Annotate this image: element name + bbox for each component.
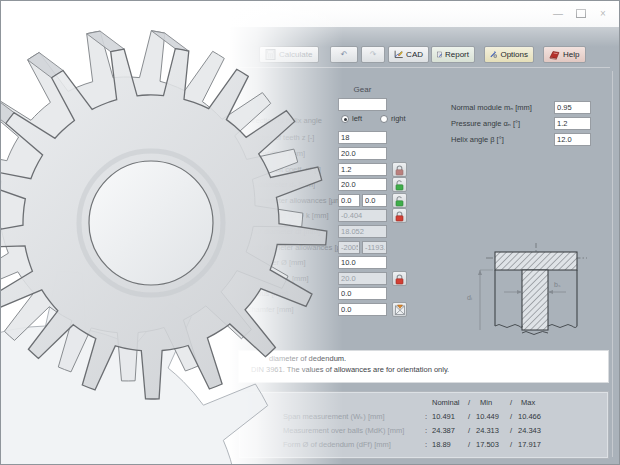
helix-direction-label: Direction of helix angle [246,116,322,125]
measurement-over-balls-row: Measurement over balls (MdK) [mm] : 24.3… [239,426,608,438]
tip-diameter-lock-button[interactable] [392,177,407,192]
warning-message-box: diameter of dedendum. DIN 3961. The valu… [238,350,609,383]
nominal-value: 18.89 [432,440,451,449]
results-panel: Nominal / Min / Max Span measurement (Wₖ… [238,391,609,459]
results-sep: / [468,426,470,435]
profile-shift-field[interactable] [338,163,387,176]
helix-left-radio[interactable] [341,115,349,123]
hub-outer-diameter-label: Hub outer Ø [mm] [246,258,306,267]
close-icon[interactable]: × [594,5,612,21]
di-dimension-label: dᵢ [467,294,472,301]
helix-left-label[interactable]: left [352,114,362,123]
teeth-count-field[interactable] [338,131,387,144]
report-label: Report [445,50,469,59]
cad-chart-icon [394,49,403,60]
chamfer-detail-button[interactable] [392,302,407,317]
normal-module-label: Normal module mₙ [mm] [451,103,532,112]
calculate-label: Calculate [279,50,312,59]
helix-angle-label: Helix angle β [°] [451,135,504,144]
cad-label: CAD [406,50,423,59]
tip-alteration-field [338,209,387,222]
help-book-icon [549,50,560,60]
redo-button: ↷ [361,46,385,63]
web-section [522,270,548,330]
tip-diameter-field[interactable] [338,178,387,191]
tip-allowances-label: Tip diameter allowances [µm] [246,196,343,205]
maximize-icon[interactable] [572,5,590,21]
redo-icon: ↷ [370,50,377,59]
gear-name-field[interactable] [338,98,387,111]
pressure-angle-field[interactable] [554,117,591,130]
gear-bore [89,161,213,285]
undo-icon: ↶ [341,50,348,59]
results-sep: / [468,440,470,449]
report-doc-icon [437,49,442,60]
results-header-nominal: Nominal [432,398,460,407]
helix-angle-field[interactable] [554,133,591,146]
colon: : [425,440,427,449]
results-sep: / [510,412,512,421]
results-sep: / [510,440,512,449]
row-label: Measurement over balls (MdK) [mm] [283,426,404,435]
maximize-box [576,9,586,18]
tip-diameter-label: Tip diameter dₐ [mm] [246,180,315,189]
pressure-angle-label: Pressure angle αₙ [°] [451,119,520,128]
row-label: Form Ø of dedendum (dFf) [mm] [283,440,391,449]
row-label: Span measurement (Wₖ) [mm] [283,412,385,421]
titlebar: — × [1,1,619,27]
profile-shift-lock-button[interactable] [392,162,407,177]
warning-line-2: DIN 3961. The values of allowances are f… [251,365,449,374]
chamfer-field[interactable] [338,303,387,316]
results-header-max: Max [521,398,535,407]
break-line [548,325,577,328]
web-width-lock-button[interactable] [392,271,407,286]
max-value: 24.343 [518,426,541,435]
results-sep: / [468,398,470,407]
bs-dimension-label: bₛ [554,281,561,288]
facewidth-field[interactable] [338,147,387,160]
help-label: Help [563,50,579,59]
hub-outer-diameter-field[interactable] [338,256,387,269]
lock-open-green-icon [394,179,405,191]
chamfer-detail-icon [394,304,406,316]
warning-line-1: diameter of dedendum. [269,354,346,363]
root-diameter-label: Root diameter df [mm] [246,227,320,236]
root-diameter-field [338,225,387,238]
min-value: 17.503 [476,440,499,449]
local-button: Local [238,50,257,59]
tip-alteration-lock-button[interactable] [392,208,407,223]
nominal-value: 10.491 [432,412,455,421]
form-diameter-row: Form Ø of dedendum (dFf) [mm] : 18.89 / … [239,440,608,452]
tools-icon [490,49,497,60]
helix-right-label[interactable]: right [391,114,406,123]
tip-allowances-lock-button[interactable] [392,193,407,208]
helix-right-radio[interactable] [380,115,388,123]
options-button[interactable]: Options [484,46,534,63]
toolbar-divider [238,67,610,68]
min-value: 24.313 [476,426,499,435]
root-allowance-lower-field [362,241,387,254]
minimize-icon[interactable]: — [549,5,567,21]
tip-alteration-label: Alteration of tip Ø k [mm] [246,211,329,220]
gear-cross-section-diagram: dᵢ bₛ [459,229,619,341]
lock-closed-muted-icon [394,164,405,176]
help-button[interactable]: Help [543,46,586,63]
break-line [495,325,522,328]
cad-button[interactable]: CAD [388,46,429,63]
profile-shift-label: Profile shift coeff. x* [-] [246,165,321,174]
calculate-button: Calculate [259,46,319,63]
root-allowances-label: Root diameter allowances [µm] [246,243,349,252]
normal-module-field[interactable] [554,101,591,114]
lock-closed-red-icon [394,273,405,285]
nominal-value: 24.387 [432,426,455,435]
radius-field[interactable] [338,287,387,300]
tip-allowance-upper-field[interactable] [338,194,360,207]
radius-label: Radius [mm] [246,289,288,298]
results-sep: / [468,412,470,421]
span-measurement-row: Span measurement (Wₖ) [mm] : 10.491 / 10… [239,412,608,424]
tip-allowance-lower-field[interactable] [362,194,387,207]
max-value: 10.466 [518,412,541,421]
report-button[interactable]: Report [431,46,475,63]
results-header-row: Nominal / Min / Max [239,398,608,410]
gear-calculation-window: — × Local Calculate ↶ ↷ CAD Report Optio… [0,0,620,465]
